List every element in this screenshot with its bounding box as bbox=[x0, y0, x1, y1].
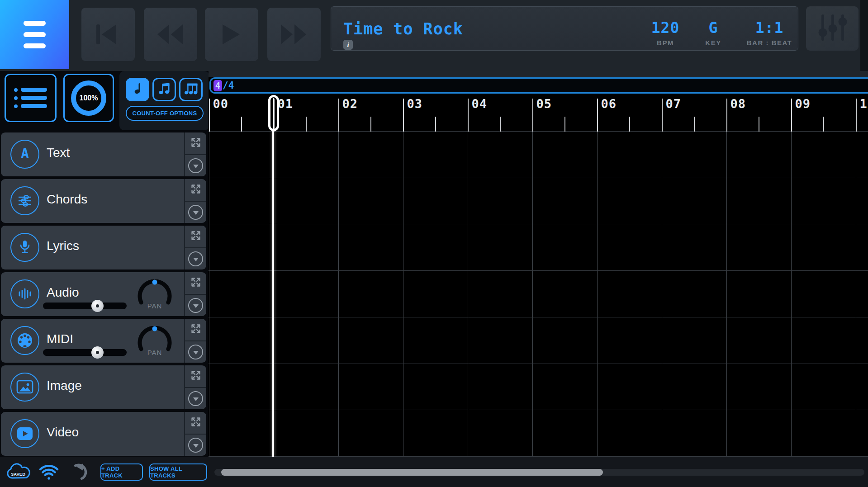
bar-beat-metric: 1:1 BAR : BEAT bbox=[736, 0, 803, 44]
expand-icon bbox=[190, 230, 201, 243]
zoom-ring-icon: 100% bbox=[71, 80, 106, 116]
track-label: Image bbox=[47, 378, 82, 393]
track-options-button[interactable] bbox=[185, 155, 206, 176]
key-metric[interactable]: G KEY bbox=[691, 0, 736, 44]
count-off-options-button[interactable]: COUNT-OFF OPTIONS bbox=[126, 106, 204, 121]
audio-track-icon[interactable] bbox=[10, 279, 39, 308]
wifi-icon bbox=[38, 463, 60, 482]
chevron-down-icon bbox=[188, 345, 203, 359]
chevron-down-icon bbox=[188, 205, 203, 220]
track-list-button[interactable] bbox=[5, 74, 57, 122]
top-bar-right-cap bbox=[860, 0, 868, 71]
sixteenth-notes-icon bbox=[184, 82, 198, 97]
expand-track-button[interactable] bbox=[185, 365, 206, 387]
key-label: KEY bbox=[691, 39, 736, 47]
volume-slider-knob[interactable] bbox=[91, 346, 104, 359]
timeline-top-band bbox=[209, 71, 868, 77]
fast-forward-button[interactable] bbox=[267, 8, 321, 61]
show-all-tracks-button[interactable]: SHOW ALL TRACKS bbox=[149, 463, 207, 481]
chords-track-icon[interactable] bbox=[10, 186, 39, 215]
track-options-button[interactable] bbox=[185, 248, 206, 270]
track-label: Video bbox=[47, 425, 79, 440]
bpm-value[interactable]: 120 bbox=[640, 19, 691, 37]
track-options-button[interactable] bbox=[185, 388, 206, 409]
track-options-button[interactable] bbox=[185, 435, 206, 456]
text-track-icon[interactable]: A bbox=[10, 140, 39, 169]
expand-icon bbox=[190, 370, 201, 383]
mixer-button[interactable] bbox=[806, 6, 859, 51]
play-button[interactable] bbox=[205, 8, 258, 61]
eighth-notes-button[interactable] bbox=[152, 78, 176, 101]
undo-icon bbox=[67, 462, 88, 483]
bpm-metric[interactable]: 120 BPM bbox=[640, 0, 691, 44]
track-card-midi[interactable]: MIDIPAN bbox=[1, 319, 206, 363]
bpm-label: BPM bbox=[640, 39, 691, 47]
track-card-lyrics[interactable]: Lyrics bbox=[1, 226, 206, 270]
track-card-audio[interactable]: AudioPAN bbox=[1, 272, 206, 316]
undo-button[interactable] bbox=[67, 462, 88, 485]
expand-track-button[interactable] bbox=[185, 272, 206, 294]
hamburger-icon bbox=[24, 21, 46, 48]
track-label: Chords bbox=[47, 192, 87, 207]
zoom-percent: 100% bbox=[80, 94, 98, 102]
expand-icon bbox=[190, 184, 201, 196]
track-card-video[interactable]: Video bbox=[1, 412, 206, 456]
track-options-button[interactable] bbox=[185, 295, 206, 316]
main-menu-button[interactable] bbox=[0, 0, 69, 69]
skip-to-start-button[interactable] bbox=[81, 8, 135, 61]
expand-track-button[interactable] bbox=[185, 179, 206, 201]
fast-forward-icon bbox=[281, 24, 307, 44]
timeline-area bbox=[209, 71, 868, 457]
chevron-down-icon bbox=[188, 298, 203, 313]
expand-icon bbox=[190, 323, 201, 336]
expand-icon bbox=[190, 416, 201, 429]
chevron-down-icon bbox=[188, 251, 203, 266]
track-card-image[interactable]: Image bbox=[1, 365, 206, 409]
app-root: Time to Rock i 120 BPM G KEY 1:1 BAR : B… bbox=[0, 0, 868, 487]
chevron-down-icon bbox=[188, 438, 203, 453]
lyrics-track-icon[interactable] bbox=[10, 233, 39, 262]
midi-track-icon[interactable] bbox=[10, 326, 39, 355]
expand-track-button[interactable] bbox=[185, 319, 206, 340]
playhead-handle[interactable] bbox=[268, 95, 279, 131]
svg-text:A: A bbox=[21, 146, 29, 161]
time-signature-strip[interactable]: 4 /4 bbox=[209, 77, 868, 94]
track-options-button[interactable] bbox=[185, 341, 206, 363]
pan-label: PAN bbox=[137, 302, 172, 310]
add-track-button[interactable]: + ADD TRACK bbox=[100, 463, 143, 481]
video-track-icon[interactable] bbox=[10, 419, 39, 448]
volume-slider-knob[interactable] bbox=[91, 300, 104, 312]
track-card-chords[interactable]: Chords bbox=[1, 179, 206, 223]
pan-label: PAN bbox=[137, 349, 172, 356]
chevron-down-icon bbox=[188, 158, 203, 173]
image-track-icon[interactable] bbox=[10, 373, 39, 402]
time-signature-numerator[interactable]: 4 bbox=[213, 80, 222, 91]
expand-icon bbox=[190, 277, 201, 289]
volume-slider-track[interactable] bbox=[43, 303, 127, 309]
saved-status: SAVED bbox=[5, 462, 33, 484]
zoom-level-button[interactable]: 100% bbox=[63, 74, 114, 122]
playhead-line[interactable] bbox=[272, 130, 274, 457]
info-badge[interactable]: i bbox=[343, 40, 353, 50]
play-icon bbox=[223, 24, 241, 44]
expand-track-button[interactable] bbox=[185, 226, 206, 247]
skip-to-start-icon bbox=[96, 24, 120, 44]
key-value[interactable]: G bbox=[691, 19, 736, 37]
volume-slider-track[interactable] bbox=[43, 349, 127, 356]
quarter-note-icon bbox=[132, 82, 143, 97]
track-label: Lyrics bbox=[47, 239, 79, 253]
time-signature-denominator[interactable]: /4 bbox=[223, 80, 234, 91]
rewind-button[interactable] bbox=[144, 8, 197, 61]
bar-beat-value: 1:1 bbox=[736, 19, 803, 37]
expand-track-button[interactable] bbox=[185, 412, 206, 434]
sixteenth-notes-button[interactable] bbox=[179, 78, 203, 101]
track-card-text[interactable]: AText bbox=[1, 132, 206, 176]
expand-icon bbox=[190, 137, 201, 150]
track-options-button[interactable] bbox=[185, 202, 206, 223]
mixer-sliders-icon bbox=[816, 12, 849, 45]
horizontal-scrollbar-thumb[interactable] bbox=[221, 469, 603, 476]
song-title[interactable]: Time to Rock bbox=[343, 20, 463, 38]
quarter-note-button[interactable] bbox=[126, 78, 149, 101]
eighth-notes-icon bbox=[158, 82, 171, 97]
expand-track-button[interactable] bbox=[185, 132, 206, 154]
